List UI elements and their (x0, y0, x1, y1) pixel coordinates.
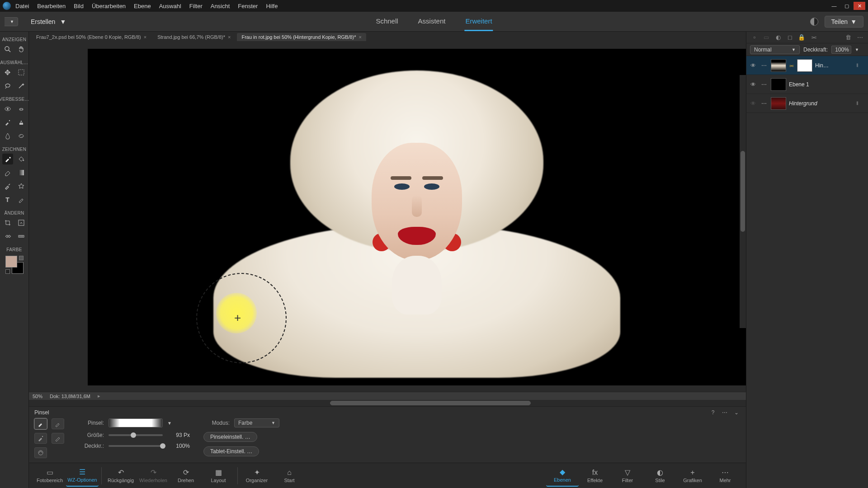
canvas-viewport[interactable]: + (29, 42, 746, 392)
eyedropper-tool[interactable] (2, 181, 13, 192)
menu-ansicht[interactable]: Ansicht (211, 3, 230, 9)
foreground-color-swatch[interactable] (5, 256, 17, 267)
document-tab[interactable]: Strand.jpg bei 66,7% (RGB/8)*× (153, 33, 235, 41)
layer-name[interactable]: Ebene 1 (789, 81, 865, 88)
visibility-toggle-icon[interactable]: 👁 (749, 61, 757, 70)
eraser-tool[interactable] (2, 167, 13, 178)
brush-variant-impressionist[interactable] (52, 418, 64, 429)
layer-name[interactable]: Hintergrund (789, 100, 854, 107)
help-icon[interactable]: ? (709, 408, 717, 417)
window-maximize-button[interactable]: ▢ (841, 2, 853, 10)
graphics-panel-button[interactable]: +Grafiken (676, 465, 709, 487)
magic-wand-tool[interactable] (16, 80, 27, 91)
panel-menu-icon[interactable]: ⋯ (855, 33, 864, 42)
visibility-toggle-icon[interactable]: 👁 (749, 99, 757, 108)
window-close-button[interactable]: ✕ (854, 2, 865, 10)
home-button[interactable]: ⌂Start (273, 465, 306, 487)
layer-thumbnail[interactable] (771, 97, 786, 110)
menu-hilfe[interactable]: Hilfe (266, 3, 278, 9)
menu-bild[interactable]: Bild (74, 3, 84, 9)
lasso-tool[interactable] (2, 80, 13, 91)
menu-datei[interactable]: Datei (15, 3, 29, 9)
swap-colors-icon[interactable] (19, 256, 24, 260)
slider-knob[interactable] (160, 443, 165, 449)
new-group-icon[interactable]: ▭ (762, 33, 771, 42)
content-aware-move-tool[interactable] (2, 231, 13, 242)
effects-panel-button[interactable]: fxEffekte (579, 465, 611, 487)
redeye-tool[interactable] (2, 103, 13, 114)
filters-panel-button[interactable]: ▽Filter (611, 465, 644, 487)
pencil-tool[interactable] (16, 194, 27, 205)
smart-brush-tool[interactable] (2, 117, 13, 128)
brush-variant-pencil[interactable] (52, 433, 64, 444)
window-minimize-button[interactable]: — (828, 2, 840, 10)
delete-layer-icon[interactable]: 🗑 (844, 33, 853, 42)
photo-bin-button[interactable]: ▭Fotobereich (33, 465, 66, 487)
lock-icon[interactable]: ⋯ (760, 61, 768, 70)
layer-opacity-value[interactable]: 100% (831, 46, 851, 54)
scrollbar-thumb[interactable] (741, 151, 745, 232)
tab-expert[interactable]: Erweitert (464, 12, 493, 31)
brush-variant-mixer[interactable] (34, 447, 47, 458)
layer-mask-thumbnail[interactable] (797, 59, 812, 72)
close-icon[interactable]: × (144, 34, 146, 40)
brush-variant-color-replace[interactable] (34, 433, 47, 444)
lock-icon[interactable]: ⋯ (760, 99, 768, 108)
default-colors-icon[interactable] (5, 269, 10, 274)
color-swatches[interactable] (5, 256, 24, 274)
blur-tool[interactable] (2, 131, 13, 141)
menu-ebene[interactable]: Ebene (134, 3, 151, 9)
open-dropdown-button[interactable]: ▼ (5, 17, 18, 26)
straighten-tool[interactable] (16, 231, 27, 242)
layer-fx-icon[interactable]: ⫴ (856, 62, 865, 68)
more-panel-button[interactable]: ⋯Mehr (709, 465, 741, 487)
opacity-value[interactable]: 100% (167, 443, 190, 449)
redo-button[interactable]: ↷Wiederholen (137, 465, 170, 487)
mode-select[interactable]: Farbe▼ (234, 418, 279, 427)
menu-filter[interactable]: Filter (189, 3, 203, 9)
type-tool[interactable]: T (2, 194, 13, 205)
document-tab[interactable]: Frau in rot.jpg bei 50% (Hintergrund Kop… (237, 33, 366, 41)
tab-quick[interactable]: Schnell (375, 12, 399, 31)
adjustment-layer-icon[interactable]: ◐ (774, 33, 783, 42)
layer-name[interactable]: Hin… (815, 62, 854, 69)
zoom-readout[interactable]: 50% (33, 394, 42, 399)
menu-fenster[interactable]: Fenster (238, 3, 258, 9)
size-value[interactable]: 93 Px (167, 432, 190, 438)
opacity-slider[interactable] (108, 445, 163, 447)
rotate-button[interactable]: ⟳Drehen (170, 465, 202, 487)
share-button[interactable]: Teilen ▼ (825, 16, 863, 28)
slider-knob[interactable] (131, 432, 136, 438)
zoom-tool[interactable] (2, 44, 13, 55)
tablet-settings-button[interactable]: Tablet-Einstell. … (203, 446, 259, 456)
scrollbar-thumb[interactable] (330, 401, 531, 405)
lock-icon[interactable]: ⋯ (760, 80, 768, 89)
lock-layer-icon[interactable]: 🔒 (797, 33, 806, 42)
move-tool[interactable]: ✥ (2, 67, 13, 78)
layer-thumbnail[interactable] (771, 78, 786, 91)
brush-variant-brush[interactable] (34, 418, 47, 429)
crop-tool[interactable] (2, 217, 13, 228)
layer-row[interactable]: 👁 ⋯ Hintergrund ⫴ (746, 94, 868, 113)
brush-settings-button[interactable]: Pinseleinstell. … (203, 432, 257, 442)
brush-tool[interactable] (2, 154, 13, 164)
create-menu[interactable]: Erstellen ▼ (31, 18, 66, 25)
blend-mode-select[interactable]: Normal▼ (750, 45, 800, 54)
visibility-toggle-icon[interactable]: 👁 (749, 80, 757, 89)
menu-auswahl[interactable]: Auswahl (159, 3, 181, 9)
layer-row[interactable]: 👁 ⋯ ⫘ Hin… ⫴ (746, 56, 868, 75)
tab-guided[interactable]: Assistent (417, 12, 447, 31)
shape-tool[interactable] (16, 181, 27, 192)
menu-ueberarbeiten[interactable]: Überarbeiten (92, 3, 126, 9)
undo-button[interactable]: ↶Rückgängig (104, 465, 137, 487)
clone-stamp-tool[interactable] (16, 117, 27, 128)
vertical-scrollbar[interactable] (740, 75, 746, 328)
panel-menu-icon[interactable]: ⋯ (721, 408, 729, 417)
close-icon[interactable]: × (228, 34, 231, 40)
recompose-tool[interactable] (16, 217, 27, 228)
paint-bucket-tool[interactable] (16, 154, 27, 164)
marquee-tool[interactable] (16, 67, 27, 78)
sponge-tool[interactable] (16, 131, 27, 141)
layers-panel-button[interactable]: ◆Ebenen (546, 465, 579, 487)
layer-row[interactable]: 👁 ⋯ Ebene 1 (746, 75, 868, 94)
